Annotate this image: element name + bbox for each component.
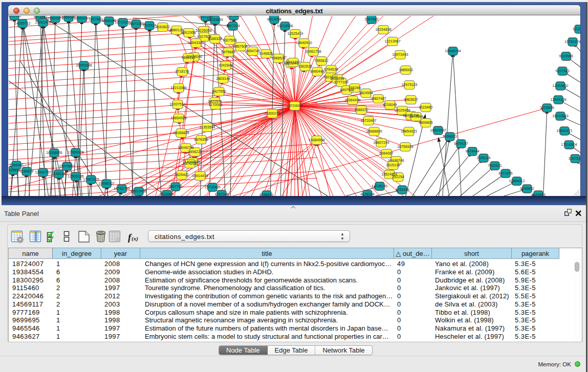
svg-text:7515524: 7515524 bbox=[142, 24, 157, 28]
svg-text:1285061: 1285061 bbox=[9, 163, 24, 167]
svg-text:17359928: 17359928 bbox=[68, 150, 84, 155]
svg-text:9699695: 9699695 bbox=[419, 121, 433, 125]
svg-text:18807249: 18807249 bbox=[373, 141, 389, 145]
svg-text:(x): (x) bbox=[132, 235, 138, 242]
svg-text:746266: 746266 bbox=[349, 86, 361, 90]
svg-text:8454749: 8454749 bbox=[246, 49, 260, 53]
svg-text:12975115: 12975115 bbox=[401, 83, 417, 87]
svg-text:8813054: 8813054 bbox=[267, 17, 281, 21]
svg-text:1362615: 1362615 bbox=[298, 64, 312, 69]
svg-text:7163822: 7163822 bbox=[156, 25, 170, 29]
svg-text:16210643: 16210643 bbox=[552, 114, 569, 118]
svg-text:1156829: 1156829 bbox=[19, 169, 33, 173]
svg-text:8912958: 8912958 bbox=[182, 31, 196, 35]
svg-text:9129966: 9129966 bbox=[559, 54, 573, 58]
svg-text:20364436: 20364436 bbox=[344, 98, 361, 102]
svg-text:9890112: 9890112 bbox=[181, 56, 195, 60]
svg-text:16033809: 16033809 bbox=[207, 18, 223, 22]
svg-text:2718176: 2718176 bbox=[175, 70, 189, 74]
svg-text:1527602: 1527602 bbox=[89, 17, 103, 21]
svg-text:10756928: 10756928 bbox=[397, 145, 413, 149]
svg-text:9657791: 9657791 bbox=[168, 185, 183, 189]
svg-text:19166825: 19166825 bbox=[173, 131, 189, 135]
svg-text:9115460: 9115460 bbox=[419, 105, 432, 110]
svg-text:14055712: 14055712 bbox=[14, 21, 31, 26]
svg-text:4126394: 4126394 bbox=[360, 192, 375, 196]
svg-text:6794028: 6794028 bbox=[324, 68, 338, 72]
svg-text:10025458: 10025458 bbox=[394, 108, 410, 113]
svg-text:11525419: 11525419 bbox=[287, 32, 303, 36]
svg-text:20091406: 20091406 bbox=[35, 20, 51, 25]
svg-text:1112843: 1112843 bbox=[573, 27, 580, 31]
svg-text:8943161: 8943161 bbox=[9, 16, 21, 18]
svg-text:9084067: 9084067 bbox=[379, 151, 394, 156]
svg-text:1145114: 1145114 bbox=[52, 172, 66, 176]
svg-text:10807487: 10807487 bbox=[370, 97, 386, 101]
svg-text:10973493: 10973493 bbox=[392, 53, 408, 57]
svg-text:19654925: 19654925 bbox=[170, 116, 187, 120]
svg-text:15300275: 15300275 bbox=[264, 112, 280, 116]
svg-text:8678352: 8678352 bbox=[194, 138, 208, 142]
svg-text:7485003: 7485003 bbox=[399, 68, 413, 72]
svg-text:5875685: 5875685 bbox=[221, 50, 235, 54]
svg-text:16914479: 16914479 bbox=[192, 174, 208, 178]
svg-text:53226058: 53226058 bbox=[195, 29, 212, 33]
svg-text:9146821: 9146821 bbox=[259, 52, 273, 56]
svg-text:9123404: 9123404 bbox=[160, 192, 174, 196]
svg-text:7625402: 7625402 bbox=[175, 173, 189, 177]
svg-text:15692971: 15692971 bbox=[556, 129, 573, 133]
svg-text:12505135: 12505135 bbox=[68, 174, 84, 179]
svg-text:20053346: 20053346 bbox=[76, 63, 92, 68]
svg-text:14136141: 14136141 bbox=[372, 184, 388, 188]
svg-text:8990448: 8990448 bbox=[310, 70, 324, 74]
svg-text:12444159: 12444159 bbox=[550, 98, 567, 102]
svg-text:1012237: 1012237 bbox=[286, 60, 300, 64]
svg-text:2867608: 2867608 bbox=[233, 45, 248, 49]
svg-text:19218506: 19218506 bbox=[277, 24, 293, 28]
svg-text:10120746: 10120746 bbox=[388, 159, 404, 163]
svg-text:1588520: 1588520 bbox=[271, 56, 286, 60]
svg-text:9245652: 9245652 bbox=[520, 187, 534, 191]
svg-text:17957225: 17957225 bbox=[83, 178, 99, 182]
svg-text:2087682: 2087682 bbox=[364, 17, 379, 21]
svg-text:8238291: 8238291 bbox=[259, 193, 274, 196]
svg-text:10653287: 10653287 bbox=[74, 16, 90, 20]
svg-text:1849584: 1849584 bbox=[409, 115, 423, 119]
svg-text:12093852: 12093852 bbox=[552, 84, 569, 88]
svg-text:12942757: 12942757 bbox=[35, 170, 51, 174]
svg-text:19384554: 19384554 bbox=[309, 138, 325, 142]
svg-text:16671355: 16671355 bbox=[128, 22, 144, 26]
svg-text:1292346: 1292346 bbox=[214, 192, 229, 196]
svg-text:11353594: 11353594 bbox=[199, 125, 215, 129]
svg-text:6216049: 6216049 bbox=[383, 103, 397, 107]
svg-text:5938923: 5938923 bbox=[443, 135, 457, 139]
svg-text:12213369: 12213369 bbox=[170, 86, 187, 90]
svg-text:17016504: 17016504 bbox=[561, 143, 577, 147]
svg-text:8186328: 8186328 bbox=[208, 37, 222, 41]
svg-text:2803144: 2803144 bbox=[216, 77, 230, 81]
svg-text:10648784: 10648784 bbox=[445, 49, 461, 53]
svg-text:8124503: 8124503 bbox=[531, 193, 546, 196]
svg-text:3824554: 3824554 bbox=[359, 91, 373, 95]
svg-text:1167533: 1167533 bbox=[568, 157, 580, 161]
svg-text:10958107: 10958107 bbox=[98, 182, 115, 186]
svg-text:2935114: 2935114 bbox=[476, 156, 490, 160]
svg-text:12923466: 12923466 bbox=[130, 189, 147, 193]
svg-text:6479197: 6479197 bbox=[454, 142, 468, 146]
svg-text:18724007: 18724007 bbox=[287, 104, 303, 108]
svg-text:19207514: 19207514 bbox=[169, 102, 186, 106]
svg-text:15716485: 15716485 bbox=[204, 185, 221, 189]
svg-text:10688609: 10688609 bbox=[366, 129, 382, 134]
svg-text:16154838: 16154838 bbox=[375, 28, 391, 32]
svg-text:8819301: 8819301 bbox=[227, 16, 241, 18]
svg-text:3215955: 3215955 bbox=[540, 106, 554, 110]
svg-text:9474444: 9474444 bbox=[465, 149, 480, 154]
svg-text:6466160: 6466160 bbox=[102, 19, 116, 23]
svg-text:8427552: 8427552 bbox=[212, 90, 226, 94]
svg-text:16543382: 16543382 bbox=[188, 41, 204, 45]
svg-text:12213967: 12213967 bbox=[384, 39, 401, 43]
svg-text:1733426: 1733426 bbox=[395, 188, 409, 192]
svg-text:18640910: 18640910 bbox=[296, 41, 312, 45]
svg-text:16409387: 16409387 bbox=[430, 128, 446, 133]
svg-text:3915411: 3915411 bbox=[9, 168, 20, 172]
